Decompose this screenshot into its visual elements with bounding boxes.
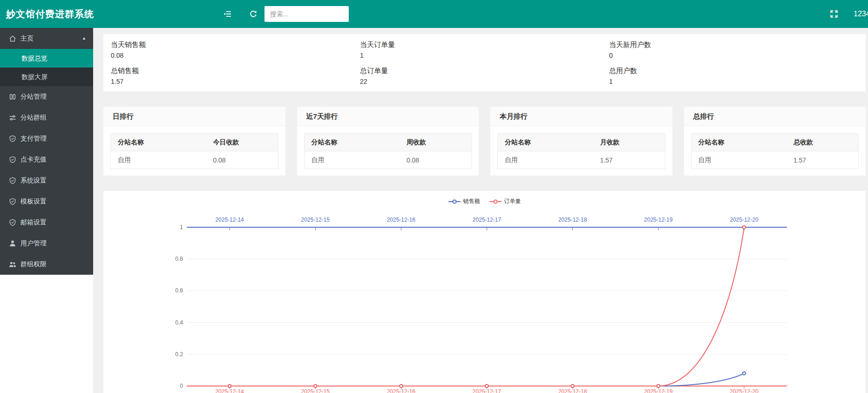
users-icon — [9, 261, 16, 268]
bottom-axis-date-label: 2025-12-14 — [215, 388, 244, 393]
sidebar-subitem-0-1[interactable]: 数据大屏 — [0, 68, 93, 86]
stat-label: 当天销售额 — [111, 40, 360, 50]
table-row: 自用0.08 — [304, 151, 472, 169]
sidebar-item-label: 群组权限 — [20, 254, 47, 275]
table-cell: 1.57 — [593, 151, 665, 169]
legend-item-销售额[interactable]: 销售额 — [448, 197, 480, 205]
stat-item: 当天销售额0.08 — [111, 40, 360, 60]
ranking-cards-row: 日排行分站名称今日收款自用0.08近7天排行分站名称周收款自用0.08本月排行分… — [103, 106, 866, 176]
stats-column-0: 当天销售额0.08总销售额1.57 — [111, 40, 360, 92]
stats-column-1: 当天订单量1总订单量22 — [360, 40, 609, 92]
username-menu[interactable]: 12345 — [854, 0, 868, 28]
legend-item-订单量[interactable]: 订单量 — [489, 197, 521, 205]
data-point-marker — [743, 372, 746, 375]
legend-marker — [448, 199, 461, 204]
sidebar-subitem-0-0[interactable]: 数据总览 — [0, 49, 93, 68]
table-cell: 自用 — [498, 151, 593, 169]
ranking-table: 分站名称今日收款自用0.08 — [110, 133, 278, 169]
sidebar-item-label: 用户管理 — [20, 233, 47, 254]
sidebar-item-0[interactable]: 主页▲ — [0, 28, 93, 49]
search-input[interactable] — [264, 6, 349, 22]
fullscreen-icon[interactable] — [830, 10, 838, 18]
legend-label: 订单量 — [504, 197, 521, 205]
stat-value: 0 — [609, 51, 858, 60]
series-line-订单量 — [230, 227, 744, 386]
ranking-card-title: 本月排行 — [490, 107, 672, 126]
refresh-icon[interactable] — [249, 10, 258, 18]
y-axis-label: 0.2 — [175, 351, 183, 358]
y-axis-label: 0.4 — [175, 319, 183, 326]
top-axis-date-label: 2025-12-20 — [730, 217, 759, 223]
sales-orders-line-chart: 00.20.40.60.812025-12-142025-12-142025-1… — [103, 191, 867, 393]
main-content: 当天销售额0.08总销售额1.57当天订单量1总订单量22当天新用户数0总用户数… — [93, 28, 868, 393]
shield-check-icon — [9, 156, 16, 163]
ranking-col-header: 分站名称 — [304, 134, 400, 151]
top-axis-date-label: 2025-12-16 — [387, 217, 416, 223]
stat-label: 总订单量 — [360, 66, 609, 76]
legend-marker — [489, 199, 502, 204]
sidebar-item-label: 主页 — [20, 28, 34, 49]
sidebar-item-1[interactable]: 分站管理 — [0, 86, 93, 107]
shield-check-icon — [9, 219, 16, 226]
sidebar-item-4[interactable]: 点卡充值 — [0, 149, 93, 170]
shield-check-icon — [9, 198, 16, 205]
legend-label: 销售额 — [463, 197, 480, 205]
ranking-card-body: 分站名称周收款自用0.08 — [297, 126, 479, 176]
y-axis-label: 1 — [180, 224, 183, 230]
table-cell: 自用 — [691, 151, 787, 169]
sidebar-item-2[interactable]: 分站群组 — [0, 107, 93, 128]
data-point-marker — [657, 385, 660, 387]
ranking-card-3: 总排行分站名称总收款自用1.57 — [684, 106, 867, 176]
ranking-col-header: 周收款 — [400, 134, 472, 151]
sidebar-item-9[interactable]: 群组权限 — [0, 254, 93, 275]
chart-card: 销售额订单量 00.20.40.60.812025-12-142025-12-1… — [103, 190, 866, 393]
ranking-card-body: 分站名称月收款自用1.57 — [490, 126, 672, 176]
columns-icon — [9, 93, 16, 101]
ranking-col-header: 分站名称 — [691, 134, 787, 151]
ranking-card-title: 日排行 — [103, 107, 285, 126]
ranking-col-header: 总收款 — [787, 134, 859, 151]
top-axis-date-label: 2025-12-19 — [644, 217, 673, 223]
sidebar-item-5[interactable]: 系统设置 — [0, 170, 93, 191]
data-point-marker — [571, 385, 574, 387]
bottom-axis-date-label: 2025-12-18 — [558, 388, 587, 393]
ranking-col-header: 分站名称 — [498, 134, 593, 151]
stat-value: 1.57 — [111, 77, 360, 86]
table-cell: 0.08 — [206, 151, 278, 169]
bottom-axis-date-label: 2025-12-17 — [473, 388, 502, 393]
sidebar-item-7[interactable]: 邮箱设置 — [0, 212, 93, 233]
sidebar: 主页▲数据总览数据大屏分站管理分站群组支付管理点卡充值系统设置模板设置邮箱设置用… — [0, 28, 93, 393]
collapse-sidebar-icon[interactable] — [223, 10, 231, 18]
sidebar-item-6[interactable]: 模板设置 — [0, 191, 93, 212]
ranking-col-header: 月收款 — [593, 134, 665, 151]
sidebar-item-3[interactable]: 支付管理 — [0, 128, 93, 149]
app-root: 妙文馆付费进群系统 12345 主页▲数据总览数据大屏分站管理分站群组支付管理点… — [0, 0, 868, 393]
data-point-marker — [228, 385, 231, 387]
ranking-card-title: 总排行 — [684, 107, 866, 126]
top-axis-date-label: 2025-12-14 — [215, 217, 244, 223]
data-point-marker — [485, 385, 488, 387]
y-axis-label: 0.8 — [175, 256, 183, 262]
sidebar-item-label: 点卡充值 — [20, 149, 47, 170]
top-axis-date-label: 2025-12-18 — [558, 217, 587, 223]
sidebar-menu: 主页▲数据总览数据大屏分站管理分站群组支付管理点卡充值系统设置模板设置邮箱设置用… — [0, 28, 93, 275]
bottom-axis-date-label: 2025-12-20 — [730, 388, 759, 393]
y-axis-label: 0.6 — [175, 287, 183, 294]
table-cell: 自用 — [111, 151, 206, 169]
sidebar-submenu: 数据总览数据大屏 — [0, 49, 93, 86]
data-point-marker — [743, 226, 746, 229]
table-row: 自用1.57 — [498, 151, 665, 169]
shield-check-icon — [9, 177, 16, 184]
chart-legend: 销售额订单量 — [103, 197, 866, 205]
user-icon — [9, 240, 16, 247]
stat-label: 总用户数 — [609, 66, 858, 76]
ranking-col-header: 今日收款 — [206, 134, 278, 151]
table-row: 自用0.08 — [111, 151, 278, 169]
sliders-icon — [9, 114, 16, 122]
bottom-axis-date-label: 2025-12-19 — [644, 388, 673, 393]
stat-value: 0.08 — [111, 51, 360, 60]
stat-item: 总订单量22 — [360, 66, 609, 86]
stat-item: 总销售额1.57 — [111, 66, 360, 86]
sidebar-item-8[interactable]: 用户管理 — [0, 233, 93, 254]
ranking-table: 分站名称月收款自用1.57 — [497, 133, 665, 169]
